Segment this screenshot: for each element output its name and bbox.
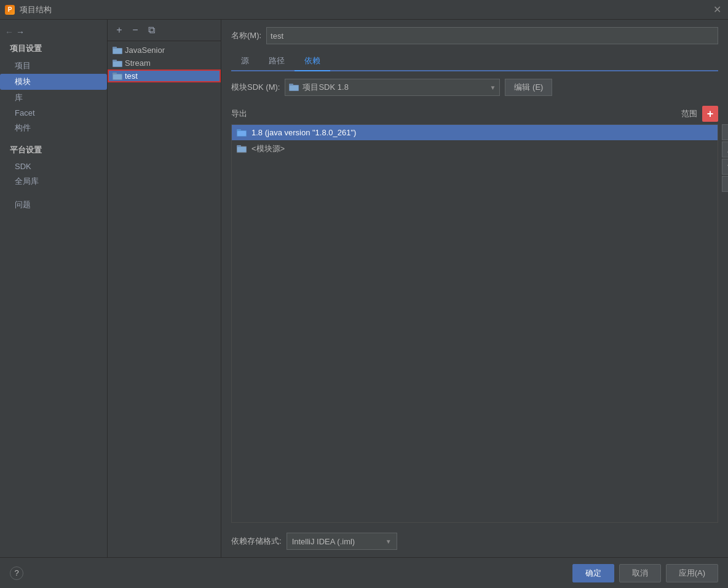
close-button[interactable]: ✕ (713, 5, 723, 15)
export-range-label: 范围 (681, 108, 697, 119)
cancel-button[interactable]: 取消 (619, 564, 661, 582)
tree-copy-button[interactable]: ⧉ (144, 23, 158, 37)
nav-arrows: ← → (0, 25, 102, 39)
title-bar-left: P 项目结构 (5, 4, 52, 15)
export-row-module-source-label: <模块源> (251, 143, 285, 154)
export-row-module-source[interactable]: <模块源> (232, 140, 718, 157)
apply-button[interactable]: 应用(A) (666, 564, 718, 582)
folder-icon-stream (113, 59, 122, 68)
sidebar-item-sdk[interactable]: SDK (0, 159, 107, 173)
sidebar-item-artifact[interactable]: 构件 (0, 120, 107, 136)
export-row-sdk[interactable]: 1.8 (java version "1.8.0_261") (232, 125, 718, 140)
dep-format-label: 依赖存储格式: (231, 536, 282, 547)
sdk-row: 模块SDK (M): 项目SDK 1.8 ▼ 编辑 (E) (231, 79, 718, 96)
folder-icon-module-source (237, 145, 247, 153)
tree-item-javasenior-label: JavaSenior (125, 46, 165, 55)
sidebar-item-issues[interactable]: 问题 (0, 197, 107, 213)
tab-deps[interactable]: 依赖 (295, 52, 330, 71)
tree-item-test[interactable]: test (108, 70, 221, 82)
tree-content: JavaSenior Stream (108, 41, 221, 557)
export-title: 导出 (231, 108, 247, 119)
tab-path[interactable]: 路径 (259, 52, 295, 71)
title-bar-title: 项目结构 (20, 4, 52, 15)
content-panel: 名称(M): 源 路径 依赖 模块SDK (M): 项目SDK 1.8 (221, 20, 728, 557)
table-side-actions: − ▲ ▼ ✎ (722, 124, 728, 192)
dep-format-select[interactable]: IntelliJ IDEA (.iml) ▼ (287, 533, 397, 550)
sdk-label: 模块SDK (M): (231, 82, 280, 93)
tree-add-button[interactable]: + (113, 23, 126, 37)
tree-panel: + − ⧉ JavaSenior (108, 20, 221, 557)
export-row-sdk-label: 1.8 (java version "1.8.0_261") (251, 128, 356, 137)
name-label: 名称(M): (231, 30, 261, 41)
svg-rect-5 (113, 62, 122, 66)
side-action-remove[interactable]: − (722, 124, 728, 140)
sidebar-item-global-lib[interactable]: 全局库 (0, 173, 107, 189)
side-action-edit[interactable]: ✎ (722, 176, 728, 192)
edit-sdk-button[interactable]: 编辑 (E) (505, 79, 552, 96)
svg-rect-11 (290, 85, 298, 90)
name-input[interactable] (266, 27, 718, 44)
bottom-right: 确定 取消 应用(A) (572, 564, 718, 582)
side-action-up[interactable]: ▲ (722, 141, 728, 157)
sdk-select-text: 项目SDK 1.8 (303, 82, 486, 93)
bottom-bar: ? 确定 取消 应用(A) (0, 557, 728, 588)
export-table: 1.8 (java version "1.8.0_261") <模块源> (231, 124, 718, 523)
tab-source[interactable]: 源 (231, 52, 259, 71)
svg-rect-14 (237, 131, 246, 136)
dep-format-row: 依赖存储格式: IntelliJ IDEA (.iml) ▼ (231, 523, 718, 557)
sidebar: ← → 项目设置 项目 模块 库 Facet 构件 平台设置 SDK 全局库 问… (0, 20, 108, 557)
tree-item-stream-label: Stream (125, 58, 151, 68)
folder-icon-test (113, 72, 122, 81)
tree-item-javasenior[interactable]: JavaSenior (108, 44, 221, 57)
app-icon: P (5, 5, 15, 15)
export-section: 导出 范围 + (231, 106, 718, 557)
folder-icon-javasenior (113, 46, 122, 55)
main-layout: ← → 项目设置 项目 模块 库 Facet 构件 平台设置 SDK 全局库 问… (0, 20, 728, 557)
sidebar-item-facet[interactable]: Facet (0, 106, 107, 120)
export-table-container: 1.8 (java version "1.8.0_261") <模块源> (231, 124, 718, 523)
ok-button[interactable]: 确定 (572, 564, 614, 582)
tree-item-stream[interactable]: Stream (108, 57, 221, 70)
sidebar-item-modules[interactable]: 模块 (0, 74, 107, 90)
tree-remove-button[interactable]: − (129, 23, 142, 37)
sidebar-item-library[interactable]: 库 (0, 90, 107, 106)
bottom-left: ? (10, 566, 23, 580)
name-row: 名称(M): (231, 27, 718, 44)
tree-item-test-label: test (125, 71, 138, 81)
sdk-select[interactable]: 项目SDK 1.8 ▼ (285, 79, 500, 96)
dep-format-arrow: ▼ (386, 538, 392, 545)
platform-settings-title: 平台设置 (0, 141, 107, 159)
svg-rect-2 (113, 49, 122, 54)
folder-icon-sdk-row (237, 129, 247, 137)
side-action-down[interactable]: ▼ (722, 159, 728, 175)
tabs-bar: 源 路径 依赖 (231, 52, 718, 71)
forward-arrow[interactable]: → (16, 27, 25, 37)
folder-icon-sdk (289, 83, 299, 92)
add-export-button[interactable]: + (702, 106, 718, 122)
project-settings-title: 项目设置 (0, 39, 107, 58)
svg-rect-8 (113, 74, 122, 79)
tree-toolbar: + − ⧉ (108, 20, 221, 41)
back-arrow[interactable]: ← (5, 27, 14, 37)
help-button[interactable]: ? (10, 566, 23, 580)
title-bar: P 项目结构 ✕ (0, 0, 728, 20)
dep-format-text: IntelliJ IDEA (.iml) (292, 537, 382, 546)
svg-rect-17 (237, 147, 246, 152)
sdk-dropdown-arrow: ▼ (490, 84, 496, 91)
sidebar-item-project[interactable]: 项目 (0, 58, 107, 74)
export-header: 导出 范围 + (231, 106, 718, 122)
